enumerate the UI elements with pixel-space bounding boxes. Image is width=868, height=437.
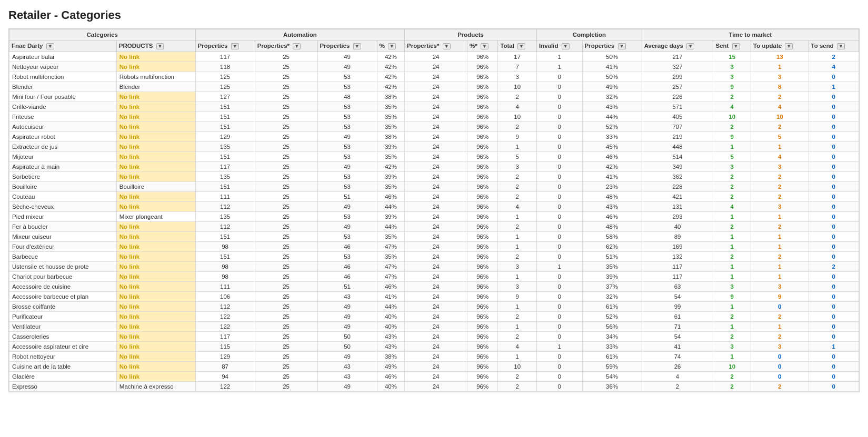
- table-row: Mini four / Four posableNo link127254838…: [9, 92, 859, 102]
- table-row: Accessoire aspirateur et cireNo link1152…: [9, 342, 859, 352]
- table-row: Fer à bouclerNo link112254944%2496%2048%…: [9, 222, 859, 232]
- col-auto-percent-star[interactable]: %* ▼: [467, 40, 498, 52]
- table-row: CouteauNo link111255146%2496%2048%421220: [9, 192, 859, 202]
- table-row: CasseroleriesNo link117255043%2496%2034%…: [9, 332, 859, 342]
- page-title: Retailer - Categories: [8, 8, 860, 22]
- table-row: Aspirateur robotNo link129254938%2496%90…: [9, 132, 859, 142]
- col-auto-properties-star[interactable]: Properties* ▼: [255, 40, 317, 52]
- data-table: Categories Automation Products Completio…: [8, 28, 860, 392]
- col-sent[interactable]: Sent ▼: [713, 40, 751, 52]
- group-time-to-market: Time to market: [642, 29, 859, 40]
- col-to-update[interactable]: To update ▼: [751, 40, 809, 52]
- table-row: Brosse coiffanteNo link112254944%2496%10…: [9, 302, 859, 312]
- group-completion: Completion: [537, 29, 642, 40]
- col-header-row: Fnac Darty ▼ PRODUCTS ▼ Properties ▼ Pro…: [9, 40, 859, 52]
- table-row: ExpressoMachine à expresso122254940%2496…: [9, 382, 859, 392]
- col-completion-properties[interactable]: Properties ▼: [582, 40, 642, 52]
- table-row: PurificateurNo link122254940%2496%2052%6…: [9, 312, 859, 322]
- group-products: Products: [405, 29, 537, 40]
- col-products[interactable]: PRODUCTS ▼: [116, 40, 195, 52]
- table-row: Pied mixeurMixer plongeant135255339%2496…: [9, 212, 859, 222]
- table-row: Four d'extérieurNo link98254647%2496%106…: [9, 242, 859, 252]
- group-categories: Categories: [9, 29, 196, 40]
- col-to-send[interactable]: To send ▼: [809, 40, 859, 52]
- table-row: BarbecueNo link151255335%2496%2051%13222…: [9, 252, 859, 262]
- table-row: Grille-viandeNo link151255335%2496%4043%…: [9, 102, 859, 112]
- table-row: Robot nettoyeurNo link129254938%2496%106…: [9, 352, 859, 362]
- col-total[interactable]: Total ▼: [498, 40, 537, 52]
- col-invalid[interactable]: Invalid ▼: [537, 40, 583, 52]
- col-auto-properties2[interactable]: Properties ▼: [317, 40, 377, 52]
- group-header-row: Categories Automation Products Completio…: [9, 29, 859, 40]
- table-row: GlacièreNo link94254346%2496%2054%4200: [9, 372, 859, 382]
- table-row: Aspirateur balaiNo link117254942%2496%17…: [9, 52, 859, 62]
- table-row: Chariot pour barbecueNo link98254647%249…: [9, 272, 859, 282]
- col-auto-properties[interactable]: Properties ▼: [195, 40, 255, 52]
- table-row: Accessoire de cuisineNo link111255146%24…: [9, 282, 859, 292]
- table-row: AutocuiseurNo link151255335%2496%2052%70…: [9, 122, 859, 132]
- table-row: SorbetiereNo link135255339%2496%2041%362…: [9, 172, 859, 182]
- col-avg-days[interactable]: Average days ▼: [642, 40, 713, 52]
- table-row: Mixeur cuiseurNo link151255335%2496%1058…: [9, 232, 859, 242]
- table-row: Extracteur de jusNo link135255339%2496%1…: [9, 142, 859, 152]
- table-row: Robot multifonctionRobots multifonction1…: [9, 72, 859, 82]
- table-row: Nettoyeur vapeurNo link118254942%2496%71…: [9, 62, 859, 72]
- table-row: Ustensile et housse de proteNo link98254…: [9, 262, 859, 272]
- table-row: BlenderBlender125255342%2496%10049%25798…: [9, 82, 859, 92]
- table-row: VentilateurNo link122254940%2496%1056%71…: [9, 322, 859, 332]
- col-auto-properties-star2[interactable]: Properties* ▼: [405, 40, 467, 52]
- table-row: Sèche-cheveuxNo link112254944%2496%4043%…: [9, 202, 859, 212]
- table-row: BouilloireBouilloire151255335%2496%2023%…: [9, 182, 859, 192]
- table-row: MijoteurNo link151255335%2496%5046%51454…: [9, 152, 859, 162]
- table-row: Cuisine art de la tableNo link87254349%2…: [9, 362, 859, 372]
- group-automation: Automation: [195, 29, 405, 40]
- table-row: Accessoire barbecue et planNo link106254…: [9, 292, 859, 302]
- table-row: Aspirateur à mainNo link117254942%2496%3…: [9, 162, 859, 172]
- col-auto-percent[interactable]: % ▼: [377, 40, 404, 52]
- table-row: FriteuseNo link151255335%2496%10044%4051…: [9, 112, 859, 122]
- col-fnac-darty[interactable]: Fnac Darty ▼: [9, 40, 117, 52]
